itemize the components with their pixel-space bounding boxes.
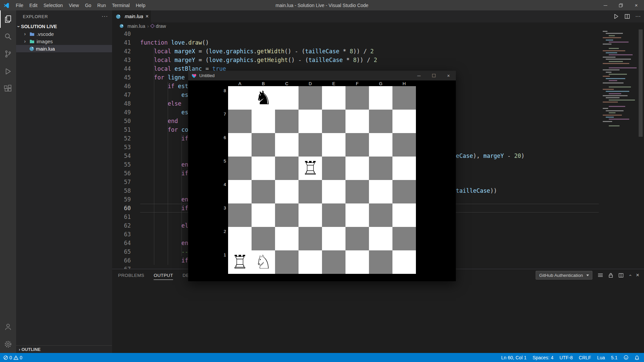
board-square-G5[interactable] — [369, 157, 392, 180]
board-square-E6[interactable] — [322, 133, 345, 157]
board-square-F7[interactable] — [345, 110, 369, 133]
board-square-C2[interactable] — [275, 227, 299, 250]
board-square-G4[interactable] — [369, 180, 392, 203]
board-square-A5[interactable] — [228, 157, 252, 180]
editor-scrollbar[interactable] — [639, 29, 643, 137]
board-square-A8[interactable] — [228, 86, 252, 110]
line-number[interactable]: 48 — [112, 99, 131, 108]
line-number[interactable]: 42 — [112, 47, 131, 56]
output-channel-select[interactable]: GitHub Authentication — [536, 271, 592, 280]
lock-scroll-icon[interactable] — [608, 273, 613, 278]
explorer-icon[interactable] — [0, 10, 16, 28]
menu-run[interactable]: Run — [94, 3, 109, 8]
line-number[interactable]: 53 — [112, 143, 131, 152]
line-number[interactable]: 44 — [112, 64, 131, 73]
board-square-D1[interactable] — [299, 250, 322, 274]
line-number[interactable]: 61 — [112, 213, 131, 221]
board-square-A3[interactable] — [228, 203, 252, 227]
game-maximize-button[interactable] — [426, 71, 441, 80]
board-square-A6[interactable] — [228, 133, 252, 157]
chess-piece-black-knight[interactable]: ♞ — [252, 86, 275, 110]
chevron-up-icon[interactable]: › — [627, 275, 633, 276]
board-square-G6[interactable] — [369, 133, 392, 157]
board-square-A2[interactable] — [228, 227, 252, 250]
board-square-E4[interactable] — [322, 180, 345, 203]
line-number[interactable]: 50 — [112, 117, 131, 125]
line-number[interactable]: 62 — [112, 221, 131, 230]
window-restore-button[interactable] — [613, 0, 629, 10]
board-square-D2[interactable] — [299, 227, 322, 250]
board-square-C7[interactable] — [275, 110, 299, 133]
board-square-B6[interactable] — [252, 133, 275, 157]
chess-board[interactable]: ♞♖♖♘ — [228, 86, 416, 274]
line-number[interactable]: 55 — [112, 160, 131, 169]
board-square-D7[interactable] — [299, 110, 322, 133]
board-square-C3[interactable] — [275, 203, 299, 227]
board-square-A7[interactable] — [228, 110, 252, 133]
board-square-H2[interactable] — [392, 227, 416, 250]
board-square-F5[interactable] — [345, 157, 369, 180]
line-number[interactable]: 60 — [112, 204, 131, 213]
board-square-F3[interactable] — [345, 203, 369, 227]
menu-view[interactable]: View — [66, 3, 82, 8]
board-square-E8[interactable] — [322, 86, 345, 110]
board-square-C4[interactable] — [275, 180, 299, 203]
line-number[interactable]: 43 — [112, 56, 131, 64]
indentation[interactable]: Spaces: 4 — [533, 355, 553, 360]
board-square-F2[interactable] — [345, 227, 369, 250]
line-number[interactable]: 65 — [112, 247, 131, 256]
explorer-more-actions-icon[interactable]: ··· — [102, 13, 108, 19]
breadcrumb-file[interactable]: main.lua — [127, 23, 145, 29]
extensions-icon[interactable] — [0, 80, 16, 98]
line-number[interactable]: 40 — [112, 29, 131, 38]
line-number[interactable]: 66 — [112, 256, 131, 265]
line-number[interactable]: 64 — [112, 239, 131, 247]
outline-section[interactable]: › OUTLINE — [16, 345, 112, 353]
menu-terminal[interactable]: Terminal — [109, 3, 133, 8]
output-filter-icon[interactable] — [598, 273, 603, 278]
menu-edit[interactable]: Edit — [26, 3, 41, 8]
board-square-G7[interactable] — [369, 110, 392, 133]
feedback-icon[interactable] — [624, 355, 629, 360]
tab-output[interactable]: OUTPUT — [154, 273, 173, 278]
board-square-C8[interactable] — [275, 86, 299, 110]
settings-gear-icon[interactable] — [0, 336, 16, 353]
board-square-B4[interactable] — [252, 180, 275, 203]
source-control-icon[interactable] — [0, 45, 16, 63]
encoding[interactable]: UTF-8 — [559, 355, 573, 360]
board-square-H7[interactable] — [392, 110, 416, 133]
board-square-D4[interactable] — [299, 180, 322, 203]
breadcrumb-symbol[interactable]: draw — [156, 23, 166, 29]
board-square-H3[interactable] — [392, 203, 416, 227]
board-square-E7[interactable] — [322, 110, 345, 133]
game-window-title-bar[interactable]: Untitled ─ × — [188, 71, 456, 80]
board-square-G1[interactable] — [369, 250, 392, 274]
line-number[interactable]: 47 — [112, 90, 131, 99]
tab-main-lua[interactable]: main.lua × — [112, 10, 151, 22]
notifications-bell-icon[interactable] — [635, 355, 639, 360]
menu-go[interactable]: Go — [82, 3, 94, 8]
language-mode[interactable]: Lua — [597, 355, 605, 360]
tab-problems[interactable]: PROBLEMS — [118, 273, 144, 278]
window-close-button[interactable]: × — [629, 0, 644, 10]
search-icon[interactable] — [0, 28, 16, 45]
line-number[interactable]: 46 — [112, 82, 131, 90]
line-number[interactable]: 49 — [112, 108, 131, 117]
board-square-A4[interactable] — [228, 180, 252, 203]
board-square-F6[interactable] — [345, 133, 369, 157]
board-square-G8[interactable] — [369, 86, 392, 110]
board-square-B5[interactable] — [252, 157, 275, 180]
line-number[interactable]: 51 — [112, 125, 131, 134]
line-number[interactable]: 58 — [112, 186, 131, 195]
split-panel-icon[interactable] — [619, 273, 624, 278]
board-square-C1[interactable] — [275, 250, 299, 274]
split-editor-icon[interactable] — [625, 14, 630, 19]
code-line[interactable]: 41function love.draw() — [112, 38, 637, 47]
board-square-H1[interactable] — [392, 250, 416, 274]
line-number[interactable]: 52 — [112, 134, 131, 143]
line-number[interactable]: 63 — [112, 230, 131, 239]
menu-selection[interactable]: Selection — [41, 3, 66, 8]
board-square-C6[interactable] — [275, 133, 299, 157]
board-square-F8[interactable] — [345, 86, 369, 110]
explorer-section-solution-live[interactable]: › SOLUTION LIVE — [16, 22, 112, 30]
